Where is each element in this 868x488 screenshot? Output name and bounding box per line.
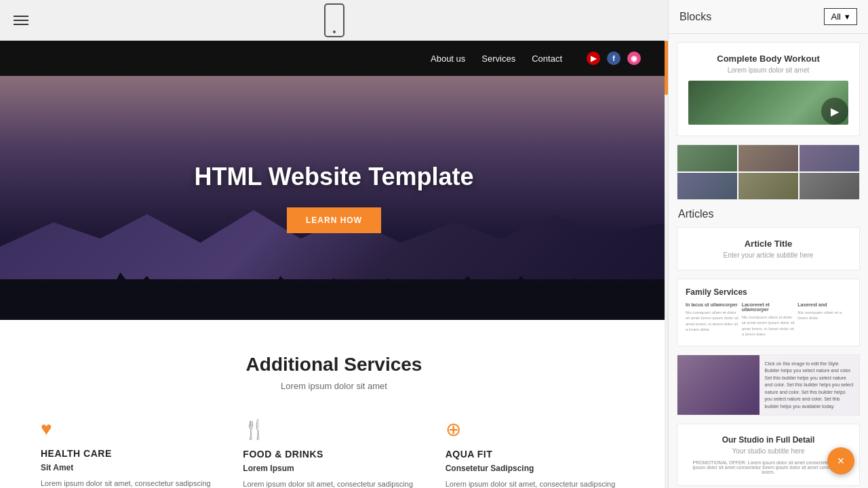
gallery-cell-4 (677, 173, 737, 199)
family-col-1-header: In lacus ut ullamcorper (686, 302, 739, 307)
gallery-cell-5 (738, 173, 798, 199)
service-item-aqua: ⊕ AQUA FIT Consetetur Sadipscing Lorem i… (446, 418, 627, 488)
gallery-cell-3 (800, 145, 859, 171)
family-col-3-header: Laserest and (797, 302, 851, 307)
family-card-title: Family Services (686, 287, 851, 297)
service-name-aqua: AQUA FIT (446, 449, 627, 460)
workout-card-subtitle: Lorem ipsum dolor sit amet (688, 66, 848, 74)
site-nav: About us Services Contact ▶ f ◉ (0, 41, 668, 76)
top-bar (0, 0, 668, 41)
play-icon: ▶ (821, 98, 848, 125)
dribbble-icon[interactable]: ◉ (627, 52, 641, 65)
services-section: Additional Services Lorem ipsum dolor si… (0, 320, 668, 488)
gallery-cell-2 (738, 145, 798, 171)
services-subtitle: Lorem ipsum dolor sit amet (41, 381, 627, 391)
workout-card-title: Complete Body Workout (688, 54, 848, 64)
service-item-health: ♥ HEALTH CARE Sit Amet Lorem ipsum dolor… (41, 418, 222, 488)
services-title: Additional Services (41, 354, 627, 375)
service-subtitle-health: Sit Amet (41, 463, 222, 472)
learn-how-button[interactable]: LEARN HOW (287, 207, 381, 233)
service-item-food: 🍴 FOOD & DRINKS Lorem Ipsum Lorem ipsum … (243, 418, 425, 488)
hero-title: HTML Website Template (194, 163, 473, 191)
service-subtitle-aqua: Consetetur Sadipscing (446, 464, 627, 473)
service-name-food: FOOD & DRINKS (243, 449, 425, 460)
family-col-1-text: Nis numquam ullam et dolor sit amet lore… (686, 310, 739, 333)
close-fab-button[interactable]: × (827, 447, 854, 474)
sidebar-content: Complete Body Workout Lorem ipsum dolor … (669, 34, 868, 488)
studio-card-bottom: PROMOTIONAL OFFER: Lorem ipsum dolor sit… (688, 460, 848, 474)
dropdown-chevron: ▾ (845, 12, 850, 22)
studio-card-subtitle: Your studio subtitle here (688, 447, 848, 455)
service-name-health: HEALTH CARE (41, 448, 222, 459)
articles-section-label: Articles (677, 208, 860, 220)
nav-about[interactable]: About us (431, 54, 465, 64)
block-article-card[interactable]: Article Title Enter your article subtitl… (677, 227, 860, 270)
youtube-icon[interactable]: ▶ (587, 52, 600, 65)
gallery-cell-6 (800, 173, 859, 199)
family-col-1: In lacus ut ullamcorper Nis numquam ulla… (686, 302, 739, 338)
service-subtitle-food: Lorem Ipsum (243, 464, 425, 473)
family-col-2: Lacoreeet et ullamcorper Nis numquam ull… (742, 302, 795, 338)
studio-card-title: Our Studio in Full Detail (688, 435, 848, 445)
right-sidebar: Blocks All ▾ Complete Body Workout Lorem… (668, 0, 868, 488)
phone-icon (324, 3, 344, 37)
heart-icon: ♥ (41, 418, 222, 440)
gallery-grid (677, 145, 859, 199)
hero-section: HTML Website Template LEARN HOW (0, 76, 668, 320)
family-grid: In lacus ut ullamcorper Nis numquam ulla… (686, 302, 851, 338)
yoga-text: Click on this image to edit the Style Bu… (760, 355, 859, 415)
family-col-2-header: Lacoreeet et ullamcorper (742, 302, 795, 312)
article-card-title: Article Title (688, 239, 848, 249)
left-panel: About us Services Contact ▶ f ◉ HTML Web… (0, 0, 668, 488)
service-desc-health: Lorem ipsum dolor sit amet, consectetur … (41, 478, 222, 488)
workout-image: ▶ (688, 81, 848, 125)
block-yoga-card[interactable]: Click on this image to edit the Style Bu… (677, 354, 860, 415)
block-family-card[interactable]: Family Services In lacus ut ullamcorper … (677, 279, 860, 346)
hamburger-icon[interactable] (14, 16, 28, 25)
family-col-3: Laserest and Nis numquam ullam et a lore… (797, 302, 851, 338)
blocks-title: Blocks (679, 11, 711, 23)
block-workout-card[interactable]: Complete Body Workout Lorem ipsum dolor … (677, 42, 860, 136)
services-grid: ♥ HEALTH CARE Sit Amet Lorem ipsum dolor… (41, 418, 627, 488)
scrollbar-track (665, 41, 668, 488)
block-gallery-card[interactable] (677, 144, 860, 200)
website-preview: About us Services Contact ▶ f ◉ HTML Web… (0, 41, 668, 488)
dropdown-label: All (831, 12, 841, 22)
sidebar-header: Blocks All ▾ (669, 0, 868, 34)
aqua-icon: ⊕ (446, 418, 627, 441)
scrollbar-thumb[interactable] (665, 41, 668, 95)
social-icons: ▶ f ◉ (587, 52, 641, 65)
nav-contact[interactable]: Contact (532, 54, 562, 64)
service-desc-food: Lorem ipsum dolor sit amet, consectetur … (243, 479, 425, 488)
all-dropdown[interactable]: All ▾ (824, 8, 857, 25)
service-desc-aqua: Lorem ipsum dolor sit amet, consectetur … (446, 479, 627, 488)
family-col-3-text: Nis numquam ullam et a lorem dolor. (797, 310, 851, 321)
facebook-icon[interactable]: f (607, 52, 620, 65)
nav-services[interactable]: Services (481, 54, 515, 64)
food-icon: 🍴 (243, 418, 425, 441)
family-col-2-text: Nis numquam ullam et dolor sit amet lore… (742, 314, 795, 338)
gallery-cell-1 (677, 145, 737, 171)
hero-content: HTML Website Template LEARN HOW (194, 163, 473, 233)
article-card-subtitle: Enter your article subtitle here (688, 251, 848, 259)
